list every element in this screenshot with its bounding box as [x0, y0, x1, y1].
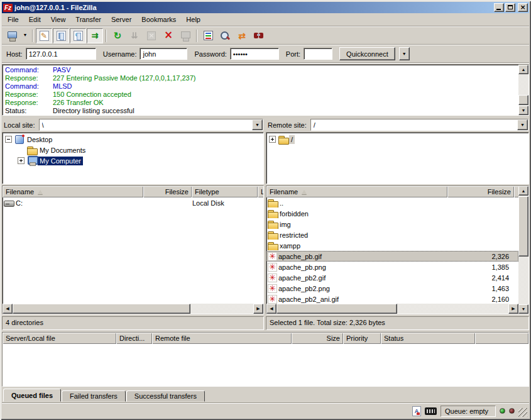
- port-input[interactable]: [304, 48, 332, 60]
- tree-item-my-documents[interactable]: My Documents: [4, 145, 263, 155]
- scroll-up-button[interactable]: ▲: [518, 186, 528, 196]
- file-row-c[interactable]: C:Local Disk: [3, 197, 263, 208]
- scroll-track[interactable]: [13, 304, 253, 314]
- tab-successful-transfers[interactable]: Successful transfers: [126, 390, 205, 402]
- file-row-restricted[interactable]: restricted: [266, 229, 518, 240]
- find-files-button[interactable]: [251, 28, 267, 43]
- minimize-button[interactable]: [494, 3, 504, 12]
- synchronized-browsing-button[interactable]: [234, 28, 250, 43]
- toggle-transfer-queue-button[interactable]: [87, 28, 103, 43]
- column-header-label: Filetype: [195, 188, 219, 196]
- transfer-queue-body[interactable]: [3, 344, 528, 386]
- expander-minus-icon[interactable]: [5, 136, 12, 143]
- scroll-up-button[interactable]: ▲: [518, 65, 528, 74]
- message-log-lines: Command:PASVResponse:227 Entering Passiv…: [3, 65, 518, 115]
- directory-comparison-button[interactable]: [217, 28, 233, 43]
- scroll-right-button[interactable]: ▶: [508, 304, 518, 314]
- username-input[interactable]: [140, 48, 187, 60]
- scroll-right-button[interactable]: ▶: [253, 304, 263, 314]
- window-title: john@127.0.0.1 - FileZilla: [14, 4, 494, 11]
- scroll-thumb[interactable]: [276, 304, 397, 314]
- column-header-filesize[interactable]: Filesize: [143, 186, 192, 197]
- local-site-dropdown-button[interactable]: ▼: [252, 119, 263, 130]
- image-file-icon: [268, 284, 277, 293]
- toggle-message-log-button[interactable]: [36, 28, 52, 43]
- toggle-local-tree-button[interactable]: [53, 28, 69, 43]
- remote-site-path-input[interactable]: [311, 119, 517, 130]
- column-header-remote-file[interactable]: Remote file: [152, 333, 292, 344]
- image-file-icon: [268, 263, 277, 272]
- file-row-apache-pb2-gif[interactable]: apache_pb2.gif2,414: [266, 272, 518, 283]
- column-header-status[interactable]: Status: [381, 333, 475, 344]
- file-row-apache-pb-gif[interactable]: apache_pb.gif2,326: [266, 251, 518, 262]
- tree-item-item[interactable]: /: [268, 134, 528, 145]
- expander-plus-icon[interactable]: [18, 157, 25, 164]
- file-row-xampp[interactable]: xampp: [266, 240, 518, 251]
- message-log-scrollbar[interactable]: ▲ ▼: [518, 65, 528, 115]
- scroll-down-button[interactable]: ▼: [518, 304, 528, 314]
- file-row-item[interactable]: ..: [266, 197, 518, 208]
- tab-queued-files[interactable]: Queued files: [3, 389, 61, 402]
- scroll-thumb[interactable]: [13, 304, 190, 314]
- resize-grip[interactable]: [518, 408, 527, 417]
- remote-site-dropdown-button[interactable]: ▼: [517, 119, 528, 130]
- quickconnect-dropdown-button[interactable]: ▼: [399, 47, 410, 60]
- scroll-track[interactable]: [518, 74, 528, 106]
- local-list-hscrollbar[interactable]: ◀ ▶: [3, 304, 263, 314]
- menu-server[interactable]: Server: [106, 14, 136, 25]
- tree-item-my-computer[interactable]: My Computer: [4, 155, 263, 166]
- menu-view[interactable]: View: [46, 14, 71, 25]
- refresh-button[interactable]: [109, 28, 126, 43]
- column-header-size[interactable]: Size: [292, 333, 343, 344]
- expander-plus-icon[interactable]: [269, 136, 276, 143]
- column-header-l[interactable]: L: [258, 186, 263, 197]
- menu-transfer[interactable]: Transfer: [70, 14, 106, 25]
- host-input[interactable]: [26, 48, 96, 60]
- column-header-directi[interactable]: Directi...: [116, 333, 152, 344]
- file-row-apache-pb-png[interactable]: apache_pb.png1,385: [266, 262, 518, 272]
- file-row-apache-pb2-ani-gif[interactable]: apache_pb2_ani.gif2,160: [266, 294, 518, 304]
- column-header-filesize[interactable]: Filesize: [447, 186, 514, 197]
- file-row-forbidden[interactable]: forbidden: [266, 208, 518, 219]
- scroll-track[interactable]: [518, 196, 528, 304]
- close-button[interactable]: ×: [518, 3, 528, 12]
- menu-bookmarks[interactable]: Bookmarks: [136, 14, 181, 25]
- directory-filters-button[interactable]: [200, 28, 216, 43]
- column-header-priority[interactable]: Priority: [343, 333, 381, 344]
- disconnect-button[interactable]: [160, 28, 177, 43]
- file-row-img[interactable]: img: [266, 219, 518, 229]
- desktop-icon: [14, 135, 25, 144]
- column-header-filename[interactable]: Filename: [3, 186, 143, 197]
- local-site-path-input[interactable]: [40, 119, 252, 130]
- column-header-server-local-file[interactable]: Server/Local file: [3, 333, 116, 344]
- quickconnect-button[interactable]: Quickconnect: [339, 47, 395, 60]
- file-row-apache-pb2-png[interactable]: apache_pb2.png1,463: [266, 283, 518, 294]
- port-label: Port:: [286, 50, 300, 58]
- scroll-down-button[interactable]: ▼: [518, 106, 528, 115]
- menu-file[interactable]: File: [3, 14, 24, 25]
- site-manager-button[interactable]: [4, 28, 20, 43]
- local-list-status: 4 directories: [2, 316, 264, 330]
- remote-site-panel: Remote site: ▼ /: [266, 118, 529, 184]
- tree-item-desktop[interactable]: Desktop: [4, 134, 263, 145]
- scroll-thumb[interactable]: [518, 95, 528, 105]
- menu-help[interactable]: Help: [181, 14, 205, 25]
- scroll-track[interactable]: [276, 304, 508, 314]
- column-header-filetype[interactable]: Filetype: [192, 186, 258, 197]
- site-manager-dropdown-icon: [21, 30, 29, 41]
- site-tree-panes: Local site: ▼ DesktopMy DocumentsMy Comp…: [2, 118, 529, 184]
- site-manager-dropdown-button[interactable]: [21, 28, 30, 43]
- remote-list-hscrollbar[interactable]: ◀ ▶: [266, 304, 518, 314]
- scroll-left-button[interactable]: ◀: [3, 304, 13, 314]
- tab-failed-transfers[interactable]: Failed transfers: [62, 390, 126, 402]
- maximize-button[interactable]: [505, 3, 515, 12]
- column-header-filename[interactable]: Filename: [266, 186, 447, 197]
- scroll-left-button[interactable]: ◀: [266, 304, 276, 314]
- file-name-cell: restricted: [266, 230, 447, 240]
- log-line-label: Response:: [5, 91, 53, 99]
- menu-edit[interactable]: Edit: [24, 14, 46, 25]
- remote-list-vscrollbar[interactable]: ▲ ▼: [518, 186, 528, 314]
- toggle-remote-tree-button[interactable]: [70, 28, 86, 43]
- scroll-thumb[interactable]: [518, 196, 528, 257]
- password-input[interactable]: [230, 48, 279, 60]
